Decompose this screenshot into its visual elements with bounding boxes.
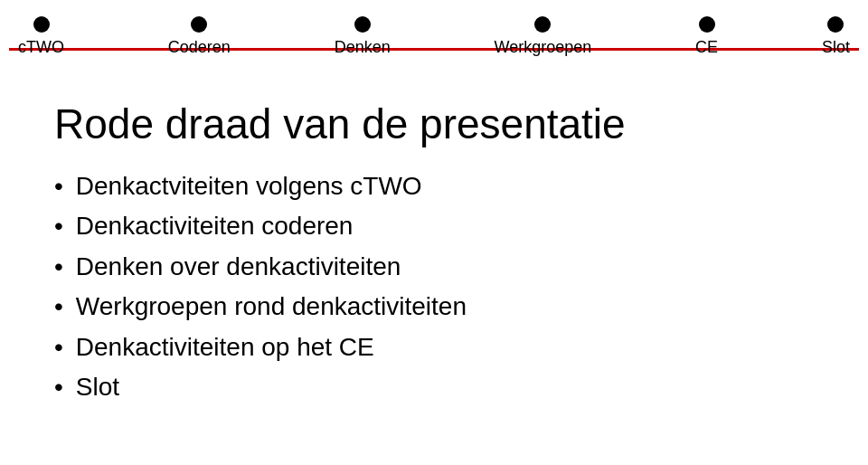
nav-label-ce: CE [695,38,718,57]
bullet-dot-5: • [54,371,63,403]
bullet-text-1: Denkactiviteiten coderen [76,210,814,242]
nav-item-ce: CE [695,16,718,57]
nav-label-coderen: Coderen [168,38,231,57]
nav-label-denken: Denken [335,38,391,57]
bullet-text-0: Denkactviteiten volgens cTWO [76,170,814,203]
bullet-item-0: •Denkactviteiten volgens cTWO [54,170,814,203]
bullet-item-5: •Slot [54,371,814,403]
nav-bar: cTWOCoderenDenkenWerkgroepenCESlot [0,0,868,72]
nav-dot-3 [534,16,551,33]
bullet-dot-2: • [54,251,63,283]
nav-label-werkgroepen: Werkgroepen [495,38,592,57]
nav-dot-4 [699,16,715,33]
nav-dot-1 [191,16,207,33]
bullet-dot-3: • [54,290,63,323]
nav-dot-5 [827,16,844,33]
slide-container: cTWOCoderenDenkenWerkgroepenCESlot Rode … [0,0,868,465]
bullet-text-3: Werkgroepen rond denkactiviteiten [76,290,814,323]
nav-dot-0 [33,16,50,33]
bullet-item-1: •Denkactiviteiten coderen [54,210,814,242]
bullet-item-3: •Werkgroepen rond denkactiviteiten [54,290,814,323]
nav-item-ctwo: cTWO [18,16,64,57]
nav-item-werkgroepen: Werkgroepen [495,16,592,57]
slide-title: Rode draad van de presentatie [54,100,814,148]
bullet-text-4: Denkactiviteiten op het CE [76,331,814,364]
bullet-list: •Denkactviteiten volgens cTWO•Denkactivi… [54,170,814,403]
nav-label-slot: Slot [822,38,850,57]
bullet-text-5: Slot [76,371,814,403]
nav-item-denken: Denken [335,16,391,57]
nav-items: cTWOCoderenDenkenWerkgroepenCESlot [18,16,850,57]
bullet-dot-4: • [54,331,63,364]
bullet-text-2: Denken over denkactiviteiten [76,251,814,283]
nav-item-coderen: Coderen [168,16,231,57]
bullet-dot-0: • [54,170,63,203]
main-content: Rode draad van de presentatie •Denkactvi… [0,72,868,429]
bullet-dot-1: • [54,210,63,242]
bullet-item-2: •Denken over denkactiviteiten [54,251,814,283]
nav-item-slot: Slot [822,16,850,57]
nav-dot-2 [354,16,371,33]
nav-label-ctwo: cTWO [18,38,64,57]
bullet-item-4: •Denkactiviteiten op het CE [54,331,814,364]
